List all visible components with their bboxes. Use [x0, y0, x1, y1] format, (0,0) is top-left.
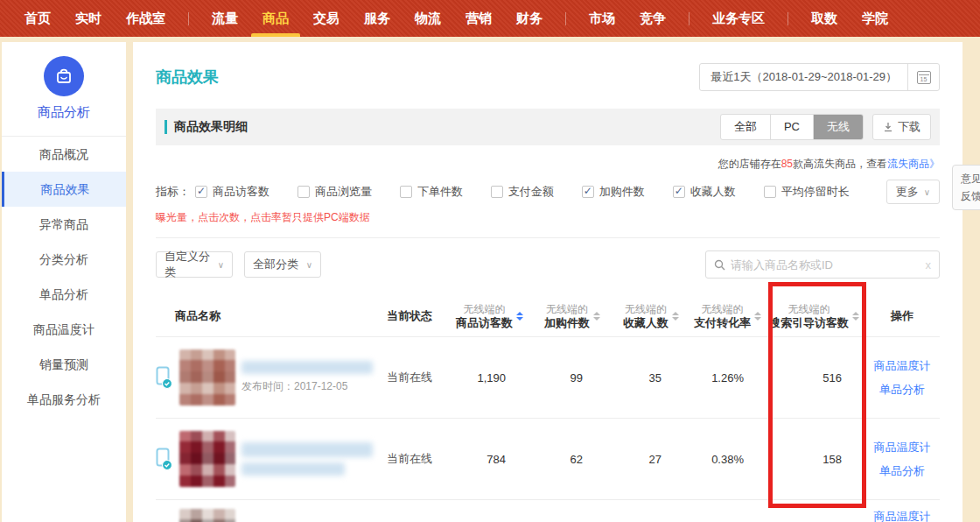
metric-order-count[interactable]: 下单件数	[400, 184, 463, 200]
sidebar-item-category-analysis[interactable]: 分类分析	[2, 242, 126, 277]
nav-item-competition[interactable]: 竞争	[640, 0, 666, 37]
conversion-cell: 0.38%	[684, 453, 766, 466]
nav-item-market[interactable]: 市场	[589, 0, 615, 37]
download-icon	[883, 122, 893, 132]
shopping-bag-icon	[53, 66, 74, 87]
page: 首页 实时 作战室 流量 商品 交易 服务 物流 营销 财务 市场 竞争 业务专…	[0, 0, 980, 522]
nav-item-academy[interactable]: 学院	[862, 0, 888, 37]
sidebar-item-goods-effect[interactable]: 商品效果	[2, 172, 126, 207]
nav-item-data[interactable]: 取数	[811, 0, 837, 37]
sort-icon[interactable]	[672, 312, 679, 321]
metric-visitor-count[interactable]: 商品访客数	[195, 184, 270, 200]
tab-wireless[interactable]: 无线	[813, 115, 863, 139]
thermometer-link[interactable]: 商品温度计	[874, 509, 931, 522]
checkbox[interactable]	[400, 186, 412, 198]
cart-adds-cell: 99	[528, 371, 606, 384]
chevron-down-icon: ∨	[306, 260, 312, 270]
product-cell[interactable]	[156, 431, 374, 487]
conversion-cell: 1.26%	[684, 371, 766, 384]
metric-avg-stay[interactable]: 平均停留时长	[764, 184, 850, 200]
publish-date: 发布时间：2017-12-05	[242, 379, 373, 394]
filters-row: 自定义分类 ∨ 全部分类 ∨ x	[156, 250, 940, 279]
terminal-switch: 全部 PC 无线	[720, 114, 864, 140]
checkbox[interactable]	[491, 186, 503, 198]
thermometer-link[interactable]: 商品温度计	[874, 358, 931, 374]
loss-goods-notice: 您的店铺存在85款高流失商品，查看流失商品》	[156, 157, 940, 172]
product-cell[interactable]	[156, 509, 374, 522]
col-wireless-visitors[interactable]: 无线端的商品访客数	[444, 303, 528, 330]
tab-pc[interactable]: PC	[770, 115, 813, 139]
product-cell[interactable]: 发布时间：2017-12-05	[156, 349, 374, 406]
col-wireless-search-visitors[interactable]: 无线端的搜索引导访客数	[766, 303, 864, 330]
sidebar-item-goods-thermometer[interactable]: 商品温度计	[2, 312, 126, 347]
nav-item-service[interactable]: 服务	[364, 0, 390, 37]
clear-icon[interactable]: x	[926, 258, 932, 272]
nav-item-goods[interactable]: 商品	[262, 0, 289, 37]
product-search-box[interactable]: x	[705, 250, 940, 279]
product-image-blurred[interactable]	[179, 509, 235, 522]
custom-category-select[interactable]: 自定义分类 ∨	[156, 251, 233, 278]
nav-item-logistics[interactable]: 物流	[415, 0, 441, 37]
sidebar-section-label[interactable]: 商品分析	[2, 104, 126, 121]
nav-item-home[interactable]: 首页	[24, 0, 51, 37]
feedback-tab[interactable]: 意见 反馈	[952, 165, 980, 210]
nav-divider	[565, 12, 566, 25]
product-image-blurred[interactable]	[179, 431, 235, 487]
product-name-blurred[interactable]	[242, 462, 345, 476]
col-status: 当前状态	[374, 308, 444, 324]
search-visitors-cell: 158	[766, 453, 864, 466]
checkbox[interactable]	[195, 186, 207, 198]
nav-item-bizzone[interactable]: 业务专区	[712, 0, 765, 37]
date-range-value: 最近1天（2018-01-29~2018-01-29）	[700, 64, 907, 90]
sidebar-item-item-service-analysis[interactable]: 单品服务分析	[2, 382, 126, 417]
checkbox[interactable]	[298, 186, 310, 198]
sidebar-item-abnormal-goods[interactable]: 异常商品	[2, 207, 126, 242]
calendar-button[interactable]: 15	[907, 64, 939, 90]
section-title: 商品效果明细	[174, 119, 248, 135]
nav-item-traffic[interactable]: 流量	[212, 0, 238, 37]
sort-icon[interactable]	[852, 312, 859, 321]
item-analysis-link[interactable]: 单品分析	[879, 382, 925, 398]
tab-all[interactable]: 全部	[721, 115, 770, 139]
nav-item-realtime[interactable]: 实时	[75, 0, 102, 37]
sidebar-item-single-item-analysis[interactable]: 单品分析	[2, 277, 126, 312]
nav-item-finance[interactable]: 财务	[516, 0, 542, 37]
product-name-blurred[interactable]	[242, 442, 373, 457]
table-row: 当前在线 784 62 27 0.38% 158 商品温度计 单品分析	[156, 418, 940, 499]
sort-icon[interactable]	[754, 312, 761, 321]
calendar-icon: 15	[917, 71, 931, 84]
metric-pay-amount[interactable]: 支付金额	[491, 184, 554, 200]
metric-view-count[interactable]: 商品浏览量	[298, 184, 372, 200]
all-category-select[interactable]: 全部分类 ∨	[244, 251, 321, 278]
col-wireless-conversion[interactable]: 无线端的支付转化率	[684, 303, 766, 330]
product-image-blurred[interactable]	[179, 349, 235, 406]
search-icon	[714, 259, 725, 271]
sidebar: 商品分析 商品概况 商品效果 异常商品 分类分析 单品分析 商品温度计 销量预测…	[2, 42, 126, 522]
sidebar-item-goods-overview[interactable]: 商品概况	[2, 137, 126, 172]
sidebar-item-sales-forecast[interactable]: 销量预测	[2, 347, 126, 382]
nav-item-marketing[interactable]: 营销	[466, 0, 492, 37]
nav-item-trade[interactable]: 交易	[313, 0, 340, 37]
date-range-picker[interactable]: 最近1天（2018-01-29~2018-01-29） 15	[699, 63, 940, 91]
checkbox[interactable]	[673, 186, 685, 198]
metric-cart-adds[interactable]: 加购件数	[582, 184, 645, 200]
favorites-cell: 27	[606, 453, 684, 466]
more-metrics-button[interactable]: 更多 ∨	[886, 180, 940, 204]
sort-icon[interactable]	[516, 312, 523, 321]
metric-favorites[interactable]: 收藏人数	[673, 184, 736, 200]
col-wireless-favorites[interactable]: 无线端的收藏人数	[606, 303, 684, 330]
page-title: 商品效果	[156, 67, 219, 88]
goods-analysis-icon[interactable]	[44, 56, 84, 96]
download-button[interactable]: 下载	[872, 114, 931, 140]
checkbox[interactable]	[582, 186, 594, 198]
product-name-blurred[interactable]	[242, 361, 373, 374]
thermometer-link[interactable]: 商品温度计	[874, 440, 931, 455]
search-input[interactable]	[731, 258, 920, 272]
sort-icon[interactable]	[593, 312, 600, 321]
nav-item-warroom[interactable]: 作战室	[126, 0, 165, 37]
col-wireless-cart-adds[interactable]: 无线端的加购件数	[528, 303, 606, 330]
col-product-name: 商品名称	[156, 308, 374, 324]
checkbox[interactable]	[764, 186, 776, 198]
item-analysis-link[interactable]: 单品分析	[879, 463, 925, 479]
loss-goods-link[interactable]: 流失商品》	[887, 158, 940, 170]
